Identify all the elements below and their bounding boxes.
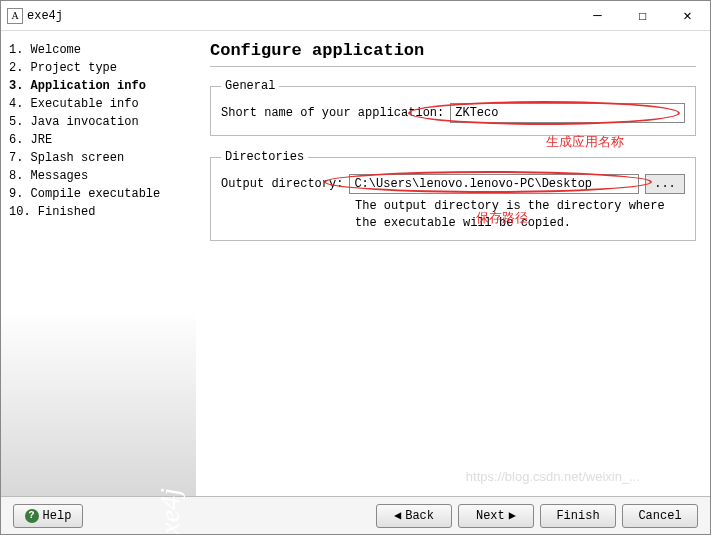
wizard-sidebar: 1. Welcome 2. Project type 3. Applicatio… [1,31,196,496]
content-panel: Configure application General Short name… [196,31,710,496]
sidebar-item-jre[interactable]: 6. JRE [9,131,188,149]
close-button[interactable]: ✕ [665,1,710,30]
brand-logo: exe4j [154,488,186,535]
directories-fieldset: Directories Output directory: ... The ou… [210,150,696,241]
short-name-input[interactable] [450,103,685,123]
arrow-left-icon: ◀ [394,508,401,523]
footer: ? Help ◀ Back Next ▶ Finish Cancel [1,496,710,534]
page-title: Configure application [210,41,696,67]
sidebar-item-executable-info[interactable]: 4. Executable info [9,95,188,113]
sidebar-item-welcome[interactable]: 1. Welcome [9,41,188,59]
general-fieldset: General Short name of your application: [210,79,696,136]
sidebar-item-java-invocation[interactable]: 5. Java invocation [9,113,188,131]
browse-button[interactable]: ... [645,174,685,194]
sidebar-item-messages[interactable]: 8. Messages [9,167,188,185]
window-title: exe4j [27,9,575,23]
output-dir-input[interactable] [349,174,639,194]
watermark: https://blog.csdn.net/weixin_... [466,469,640,484]
help-button[interactable]: ? Help [13,504,83,528]
output-dir-label: Output directory: [221,177,343,191]
cancel-button[interactable]: Cancel [622,504,698,528]
next-button[interactable]: Next ▶ [458,504,534,528]
titlebar: A exe4j ─ ☐ ✕ [1,1,710,31]
finish-button[interactable]: Finish [540,504,616,528]
directories-legend: Directories [221,150,308,164]
sidebar-item-application-info[interactable]: 3. Application info [9,77,188,95]
help-icon: ? [25,509,39,523]
maximize-button[interactable]: ☐ [620,1,665,30]
general-legend: General [221,79,279,93]
output-dir-hint: The output directory is the directory wh… [355,198,685,232]
main-area: 1. Welcome 2. Project type 3. Applicatio… [1,31,710,496]
arrow-right-icon: ▶ [509,508,516,523]
app-icon: A [7,8,23,24]
minimize-button[interactable]: ─ [575,1,620,30]
sidebar-item-finished[interactable]: 10. Finished [9,203,188,221]
sidebar-item-compile-executable[interactable]: 9. Compile executable [9,185,188,203]
sidebar-item-splash-screen[interactable]: 7. Splash screen [9,149,188,167]
back-button[interactable]: ◀ Back [376,504,452,528]
sidebar-item-project-type[interactable]: 2. Project type [9,59,188,77]
short-name-label: Short name of your application: [221,106,444,120]
